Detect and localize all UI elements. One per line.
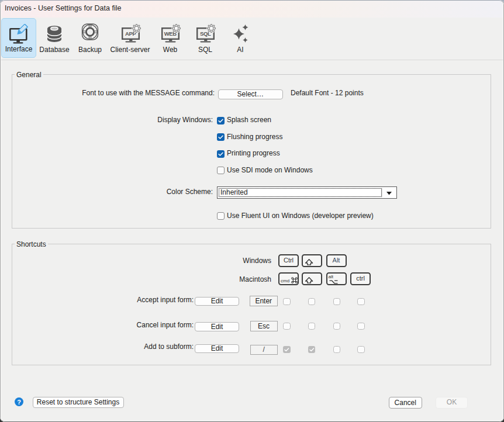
svg-text:?: ? — [17, 399, 21, 406]
